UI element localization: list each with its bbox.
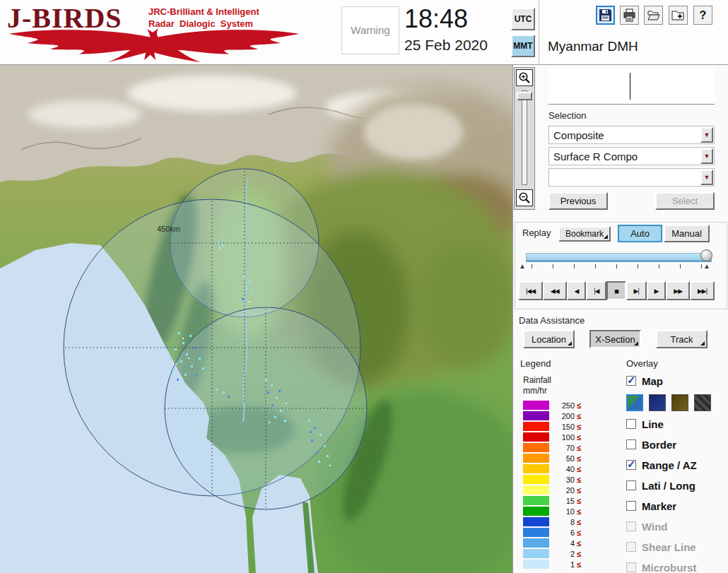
playback-button[interactable]: ▶| [626,281,647,300]
legend-color-swatch [523,496,549,505]
legend-value: 1 [552,560,575,569]
zoom-in-button[interactable] [516,69,533,86]
overlay-row[interactable]: ✓ Microburst [626,560,727,573]
map-style-swatch-dark[interactable] [694,394,711,411]
overlay-row-label: Line [642,418,664,430]
overlay-row[interactable]: ✓ Shear Line [626,540,727,554]
print-button[interactable] [620,6,639,25]
legend-value: 4 [552,539,575,548]
overlay-row-label: Wind [642,521,668,533]
chevron-down-icon[interactable]: ▼ [700,170,713,185]
playback-button[interactable]: |◀◀ [518,281,543,300]
legend-lte-symbol: ≤ [577,497,581,505]
check-icon: ✓ [627,458,636,471]
legend-color-swatch [523,422,549,431]
manual-button[interactable]: Manual [664,225,710,242]
legend-row: 40 ≤ [523,463,615,474]
overlay-row-label: Map [642,375,663,387]
legend-lte-symbol: ≤ [577,475,581,484]
overlay-checkbox[interactable]: ✓ [626,419,636,429]
playback-button[interactable]: ▶ [647,281,667,300]
playback-button[interactable]: ■ [606,281,626,300]
replay-timeline-slider[interactable] [526,253,712,262]
dropdown-value: Surface R Compo [553,150,638,163]
overlay-checkbox[interactable]: ✓ [626,542,636,552]
legend-row: 70 ≤ [523,442,615,453]
legend-value: 150 [552,423,575,431]
overlay-row[interactable]: ✓ Range / AZ [626,458,727,472]
import-button[interactable] [669,6,688,25]
legend-scale: 250 ≤ 200 ≤ 150 ≤ 100 ≤ 70 ≤ [523,400,615,569]
legend-color-swatch [523,475,549,484]
legend-value: 200 [552,412,575,420]
select-button[interactable]: Select [655,192,715,210]
check-icon: ✓ [627,374,636,386]
playback-button[interactable]: ▶▶| [690,281,715,300]
zoom-slider-thumb[interactable] [517,92,532,100]
radar-map[interactable]: 450km [0,65,512,573]
header-bar: J-BIRDS JRC-Brilliant & Intelligent Rada… [0,0,728,65]
bookmark-button[interactable]: Bookmark [558,226,611,242]
import-folder-plus-icon [671,8,685,22]
legend-value: 10 [552,507,575,516]
help-icon: ? [700,9,707,22]
legend-value: 8 [552,518,575,526]
map-color-swatches [626,394,727,411]
chevron-down-icon[interactable]: ▼ [700,127,713,143]
data-assistance-button[interactable]: X-Section [589,330,641,348]
overlay-checkbox[interactable]: ✓ [626,562,636,572]
legend-color-swatch [523,517,549,526]
dropdown-product-type[interactable]: Surface R Compo ▼ [548,147,715,165]
mmt-button[interactable]: MMT [511,35,535,57]
help-button[interactable]: ? [693,6,712,25]
playback-button[interactable]: ◀◀ [543,281,567,300]
map-style-swatch-terrain[interactable] [626,394,643,411]
overlay-checkbox[interactable]: ✓ [626,521,636,531]
overlay-row[interactable]: ✓ Line [626,417,727,431]
playback-button[interactable]: ◀ [567,281,587,300]
overlay-row[interactable]: ✓ Lati / Long [626,478,727,492]
utc-button[interactable]: UTC [511,8,535,30]
overlay-checkbox[interactable]: ✓ [626,480,636,490]
overlay-checkbox[interactable]: ✓ [626,439,636,449]
playback-button[interactable]: ▶▶ [666,281,690,300]
data-assistance-button[interactable]: Track [656,330,708,348]
data-assistance-buttons: LocationX-SectionTrack [523,330,720,348]
auto-button[interactable]: Auto [618,225,662,242]
legend-lte-symbol: ≤ [577,423,581,431]
map-checkbox[interactable]: ✓ [626,376,636,386]
map-style-swatch-navy[interactable] [649,394,666,411]
open-folder-button[interactable] [644,6,663,25]
dropdown-product-option[interactable]: ▼ [548,168,715,187]
warning-panel[interactable]: Warning [341,6,399,54]
print-icon [623,8,636,22]
legend-row: 15 ≤ [523,495,615,506]
dropdown-product-category[interactable]: Composite ▼ [548,126,715,144]
legend-lte-symbol: ≤ [577,454,581,463]
overlay-row-label: Microburst [642,562,697,573]
map-style-swatch-olive[interactable] [671,394,688,411]
overlay-row[interactable]: ✓ Marker [626,499,727,513]
legend-lte-symbol: ≤ [577,539,581,548]
playback-button[interactable]: |◀ [586,281,606,300]
legend-value: 50 [552,454,575,463]
replay-slider-thumb[interactable] [700,249,712,261]
previous-button[interactable]: Previous [548,192,608,210]
overlay-row-map[interactable]: ✓ Map [626,374,727,388]
overlay-checkbox[interactable]: ✓ [626,501,636,511]
overlay-row[interactable]: ✓ Border [626,437,727,451]
chevron-down-icon[interactable]: ▼ [700,148,713,164]
station-text-field[interactable] [548,68,715,105]
zoom-out-button[interactable] [516,189,533,206]
org-name: Myanmar DMH [548,39,638,54]
legend-color-swatch [523,507,549,516]
overlay-options: ✓ Map ✓ Line ✓ Border ✓ [626,374,727,573]
overlay-row[interactable]: ✓ Wind [626,519,727,533]
save-button[interactable] [596,6,615,25]
legend-lte-symbol: ≤ [577,550,581,558]
zoom-slider-track[interactable] [522,90,527,185]
save-icon [599,8,612,22]
data-assistance-button[interactable]: Location [523,330,575,348]
overlay-checkbox[interactable]: ✓ [626,460,636,470]
range-label: 450km [157,225,180,233]
